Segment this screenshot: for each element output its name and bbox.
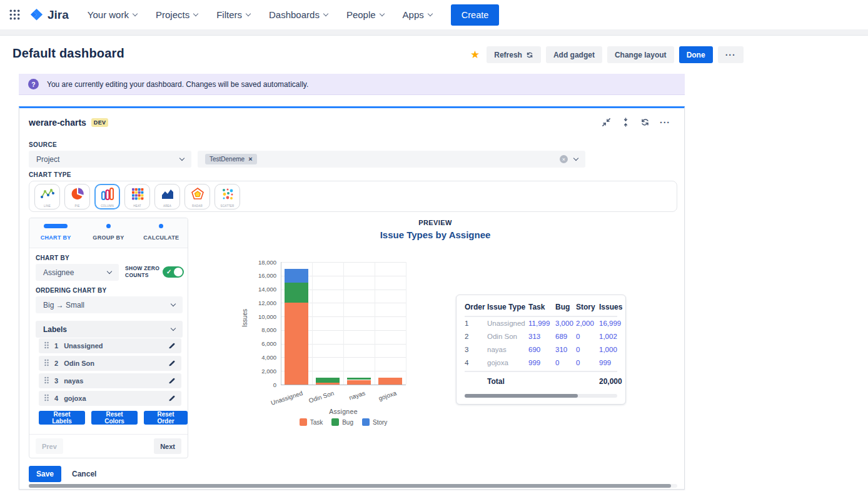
gadget-refresh-icon[interactable] (640, 118, 650, 127)
save-button[interactable]: Save (29, 466, 61, 482)
app-switcher-icon[interactable] (9, 9, 21, 21)
cancel-button[interactable]: Cancel (72, 470, 96, 478)
line-chart-type-button[interactable]: LINE (34, 184, 60, 209)
dashboard-more-button[interactable]: ··· (718, 46, 744, 63)
bar-segment-task (285, 303, 308, 385)
heat-chart-type-button[interactable]: HEAT (124, 184, 150, 209)
reset-colors-button[interactable]: Reset Colors (91, 411, 138, 425)
next-button[interactable]: Next (154, 438, 181, 454)
prev-button[interactable]: Prev (36, 438, 63, 454)
nav-item-people[interactable]: People (346, 9, 384, 20)
drag-handle-icon[interactable] (44, 340, 49, 351)
table-cell: 1,002 (599, 330, 627, 343)
radar-chart-icon (190, 186, 205, 204)
gridline (375, 262, 375, 385)
gadget-scrollbar[interactable] (29, 484, 677, 488)
table-cell: Unassigned (487, 317, 528, 330)
ordering-select[interactable]: Big → Small (36, 296, 183, 313)
table-cell: 1,000 (599, 343, 627, 356)
table-scrollbar-thumb[interactable] (465, 394, 578, 398)
label-item-nayas[interactable]: 3nayas (39, 373, 181, 388)
step-tab-group-by[interactable]: GROUP BY (82, 218, 134, 248)
label-item-gojoxa[interactable]: 4gojoxa (39, 391, 181, 406)
step-progress-pill (44, 224, 68, 228)
nav-item-projects[interactable]: Projects (156, 9, 198, 20)
nav-item-your-work[interactable]: Your work (88, 9, 137, 20)
banner-text: You are currently editing your dashboard… (47, 80, 308, 89)
edit-icon[interactable] (168, 360, 176, 367)
drag-handle-icon[interactable] (44, 358, 49, 369)
y-axis-label: Issues (241, 309, 248, 327)
project-tag[interactable]: TestDeneme× (205, 154, 257, 164)
pie-chart-type-button[interactable]: PIE (64, 184, 90, 209)
legend-item-task: Task (300, 418, 323, 426)
label-item-unassigned[interactable]: 1Unassigned (39, 338, 181, 353)
chart-type-label: CHART TYPE (29, 171, 71, 178)
nav-item-filters[interactable]: Filters (216, 9, 250, 20)
top-navigation: Jira Your workProjectsFiltersDashboardsP… (0, 0, 868, 29)
reset-order-button[interactable]: Reset Order (144, 411, 188, 425)
table-header-cell: Issues (599, 303, 627, 316)
table-cell: 690 (528, 343, 555, 356)
chart-by-label: CHART BY (36, 255, 69, 261)
bar-segment-task (378, 378, 402, 385)
area-chart-type-button[interactable]: AREA (154, 184, 180, 209)
dashboard-actions: ★ Refresh Add gadget Change layout Done … (470, 46, 744, 63)
nav-item-dashboards[interactable]: Dashboards (269, 9, 328, 20)
remove-tag-icon[interactable]: × (248, 156, 252, 163)
radar-chart-type-button[interactable]: RADAR (184, 184, 210, 209)
table-total-label: Total (487, 375, 528, 388)
refresh-button[interactable]: Refresh (487, 46, 541, 63)
chart-by-select[interactable]: Assignee (36, 264, 119, 281)
table-cell: 0 (555, 356, 576, 370)
chevron-down-icon (171, 301, 176, 306)
column-chart-type-button[interactable]: COLUMN (94, 184, 120, 209)
table-cell: 2,000 (576, 317, 599, 330)
table-cell: gojoxa (487, 356, 528, 370)
source-project-multiselect[interactable]: TestDeneme× × (198, 151, 585, 168)
dev-badge: DEV (91, 118, 108, 127)
heat-chart-icon (130, 186, 145, 204)
step-tab-chart-by[interactable]: CHART BY (29, 218, 82, 248)
step-progress-dot (106, 224, 111, 228)
chevron-down-icon (133, 11, 138, 16)
source-type-select[interactable]: Project (29, 151, 191, 168)
step-tab-calculate[interactable]: CALCULATE (135, 218, 188, 248)
create-button[interactable]: Create (451, 4, 500, 26)
gadget-fit-icon[interactable] (621, 118, 630, 127)
table-cell: 11,999 (528, 317, 555, 330)
table-cell: 999 (528, 356, 555, 370)
reset-labels-button[interactable]: Reset Labels (39, 411, 85, 425)
nav-item-apps[interactable]: Apps (403, 9, 432, 20)
legend-item-story: Story (362, 418, 387, 426)
label-item-odin-son[interactable]: 2Odin Son (39, 356, 181, 371)
edit-icon[interactable] (168, 377, 176, 385)
edit-icon[interactable] (168, 342, 176, 350)
chart-title: Issue Types by Assignee (310, 229, 560, 240)
gadget-minimize-icon[interactable] (602, 118, 611, 127)
drag-handle-icon[interactable] (44, 393, 49, 404)
labels-section-header[interactable]: Labels (36, 321, 183, 338)
table-cell: 4 (465, 356, 487, 370)
pie-chart-icon (70, 186, 85, 204)
table-scrollbar[interactable] (465, 394, 617, 398)
gadget-more-icon[interactable]: ··· (660, 119, 670, 126)
column-chart-icon (100, 186, 115, 204)
scatter-chart-type-button[interactable]: SCATTER (214, 184, 240, 209)
show-zero-counts-toggle[interactable]: ✓ (163, 266, 184, 278)
y-axis-tick: 4,000 (248, 354, 276, 361)
edit-icon[interactable] (168, 395, 176, 402)
nav-item-label: Filters (216, 9, 242, 20)
jira-logo[interactable]: Jira (29, 8, 69, 22)
done-button[interactable]: Done (679, 46, 713, 63)
clear-icon[interactable]: × (560, 155, 568, 163)
chart-type-picker: LINEPIECOLUMNHEATAREARADARSCATTER (29, 181, 677, 212)
ordering-chart-by-label: ORDERING CHART BY (36, 287, 106, 294)
change-layout-button[interactable]: Change layout (607, 46, 674, 63)
gridline (406, 262, 406, 385)
gadget-scrollbar-thumb[interactable] (29, 484, 671, 488)
add-gadget-button[interactable]: Add gadget (546, 46, 602, 63)
drag-handle-icon[interactable] (44, 375, 49, 386)
panel-footer: Prev Next (29, 434, 188, 458)
favorite-icon[interactable]: ★ (470, 48, 480, 61)
